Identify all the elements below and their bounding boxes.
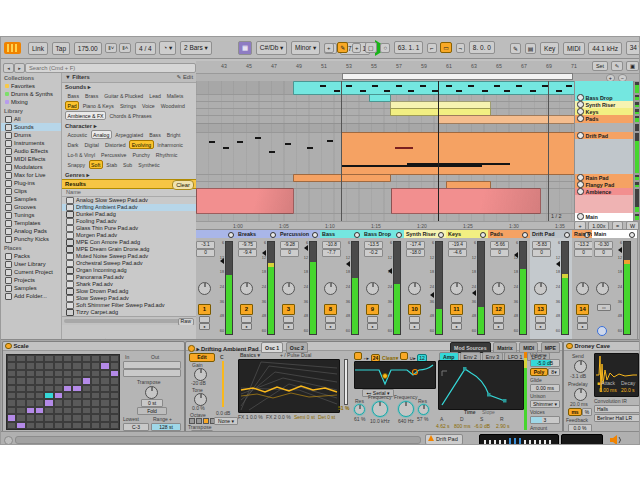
scale-grid-cell[interactable] [101,378,108,383]
arm-button[interactable]: ● [493,323,504,330]
track-activator-number[interactable]: 3 [282,304,295,315]
scale-grid-cell[interactable] [17,408,24,413]
droney-cave-title[interactable]: Droney Cave [564,342,640,351]
filter-tag-woodwind[interactable]: Woodwind [158,101,187,110]
scale-grid-cell[interactable] [83,400,90,405]
scale-grid-cell[interactable] [55,400,62,405]
pan-knob[interactable] [450,282,463,295]
scale-grid-cell[interactable] [8,400,15,405]
volume-field[interactable]: -3.1 [196,241,215,249]
mixer-strip-rain-pad[interactable]: Rain Pad-13.20612182436486014● [572,230,593,339]
arrangement-clip[interactable] [293,81,576,95]
filter-tag-percussive[interactable]: Percussive [99,150,129,159]
track-activator-icon[interactable] [480,232,487,239]
solo-button[interactable] [367,316,378,323]
scale-grid-cell[interactable] [8,386,15,391]
device-on-icon[interactable] [566,343,573,350]
scale-grid-cell[interactable] [27,378,34,383]
volume-field[interactable]: -19.4 [448,241,467,249]
sidebar-item-templates[interactable]: Templates [1,219,61,227]
track-activator-icon[interactable] [522,232,529,239]
pan-knob[interactable] [534,282,547,295]
drift-edit-button[interactable]: Edit [189,353,215,362]
key-scale-menu[interactable]: Minor ▾ [291,41,320,55]
nudge-down-button[interactable]: ‖˅ [105,43,117,53]
scale-grid-cell[interactable] [45,378,52,383]
track-activator-number[interactable]: 11 [450,304,463,315]
env-time-tab[interactable]: Time [464,409,476,415]
solo-button[interactable] [283,316,294,323]
freq2-knob[interactable] [398,401,414,417]
scale-grid-cell[interactable] [83,378,90,383]
send-knob[interactable] [574,360,587,373]
arrangement-clip[interactable] [196,188,294,214]
filter-group-sounds[interactable]: Sounds ▸ [62,83,196,91]
scale-grid-cell[interactable] [111,356,118,361]
scale-grid-cell[interactable] [17,423,24,428]
scale-grid-cell[interactable] [45,408,52,413]
track-name[interactable]: Synth Riser [575,101,634,108]
scale-grid-cell[interactable] [73,356,80,361]
filter-tag-piano-keys[interactable]: Piano & Keys [80,101,116,110]
solo-button[interactable] [577,316,588,323]
selection-box-button[interactable]: ▢ [365,42,377,53]
ableton-logo-icon[interactable] [4,42,21,54]
scale-range-value[interactable]: 128 st [151,423,181,431]
peak-level-field[interactable]: -0.2 [364,249,383,257]
track-name[interactable]: Ambience [575,188,634,195]
sidebar-item-current-project[interactable]: Current Project [1,268,61,276]
result-item[interactable]: Orchestral Sweep Pad.adv [62,260,196,267]
scale-fold-button[interactable]: Fold [137,407,167,415]
arrangement-clip[interactable] [369,94,391,102]
scale-grid-cell[interactable] [101,408,108,413]
track-name[interactable]: Main [575,213,634,221]
track-name[interactable]: Bass Drop [575,94,634,101]
zoom-width-button[interactable]: W [626,221,639,229]
link-button[interactable]: Link [28,42,48,55]
scale-grid-cell[interactable] [83,415,90,420]
osc-category-menu[interactable]: Basics ▾ [240,352,260,358]
cue-headphones-icon[interactable] [597,326,607,336]
browser-forward-button[interactable]: ▸ [14,63,25,73]
track-activator-icon[interactable] [577,101,584,108]
loop-button[interactable]: ▭ [440,42,452,53]
scale-grid-cell[interactable] [27,408,34,413]
scale-grid-cell[interactable] [17,393,24,398]
track-header-ambience[interactable]: Ambience [575,188,634,214]
track-header-drift-pad[interactable]: Drift Pad [575,132,634,175]
mixer-strip-hidden[interactable]: -3.1061218243648601● [196,230,237,339]
track-name[interactable]: Pads [575,115,634,123]
sidebar-item-analog-pads[interactable]: Analog Pads [1,227,61,235]
peak-level-field[interactable]: 0 [280,249,299,257]
preview-waveform[interactable] [62,325,196,339]
scale-root-menu[interactable] [123,361,181,369]
scale-key-icon[interactable]: ▦ [238,41,252,55]
arrangement-clip[interactable] [293,174,391,182]
scale-grid-cell[interactable] [45,356,52,361]
sidebar-item-user-library[interactable]: User Library [1,260,61,268]
track-activator-icon[interactable] [396,232,403,239]
ms-toggle[interactable]: ms [568,408,582,416]
mixer-strip-drift-pad[interactable]: Drift Pad-5.830612182436486013● [530,230,573,339]
device-scrollbar[interactable] [15,436,421,444]
scale-grid-cell[interactable] [55,356,62,361]
fx1-param[interactable]: FX 1 0.0 % [238,414,263,420]
filter-tag-arpeggiated[interactable]: Arpeggiated [113,130,146,139]
arrangement-clip[interactable] [341,132,576,175]
track-activator-number[interactable]: 10 [408,304,421,315]
browser-horizontal-scrollbar[interactable]: Raw [62,316,196,325]
scale-grid-cell[interactable] [8,363,15,368]
filter-tag-brass[interactable]: Brass [83,91,101,100]
scale-grid-cell[interactable] [36,393,43,398]
result-item[interactable]: Slow Drown Pad.adg [62,288,196,295]
scale-grid-cell[interactable] [36,356,43,361]
peak-level-field[interactable]: 0 [532,249,551,257]
follow-playhead-button[interactable]: ○ [380,43,390,53]
scale-grid-cell[interactable] [27,400,34,405]
mixer-strip-percussion[interactable]: Percussion-9.28061218243648603● [278,230,321,339]
arm-button[interactable]: ● [577,323,588,330]
scale-grid-cell[interactable] [64,386,71,391]
track-activator-icon[interactable] [577,108,584,115]
pan-knob[interactable] [408,282,421,295]
capture-icon[interactable]: ▣ [626,61,639,71]
